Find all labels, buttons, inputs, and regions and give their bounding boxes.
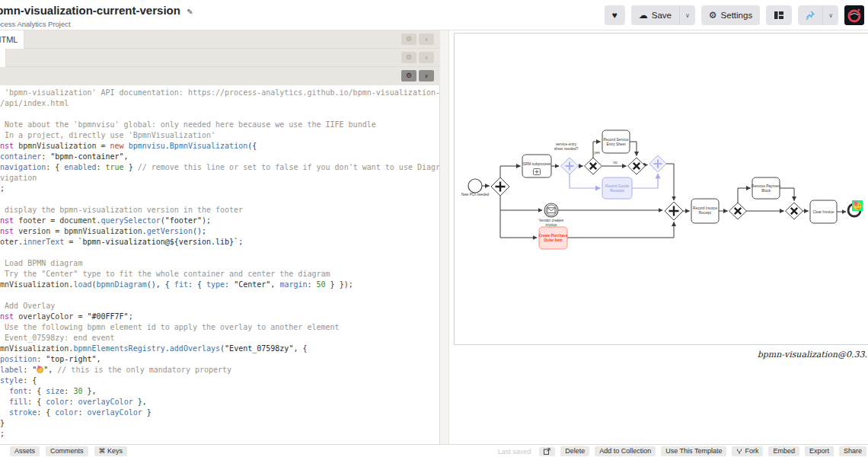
event-label: invoice [546, 223, 557, 227]
task-record-goods-receipts: Record Goods Receipts [602, 177, 632, 199]
pin-button[interactable] [798, 5, 822, 25]
tab-css[interactable] [0, 49, 6, 67]
header-actions: ♥ ☁ Save ∨ ⚙ Settings [605, 5, 864, 25]
task-label: Block [761, 189, 771, 193]
pen-title-block: bpmn-visualization-current-version ✎ Pro… [0, 4, 193, 28]
flow-label-no: no [613, 161, 617, 165]
party-face-emoji-icon [37, 366, 43, 373]
share-button[interactable]: Share [839, 446, 866, 456]
flow-label-yes: yes [594, 151, 600, 155]
use-this-template-label: Use This Template [665, 447, 722, 455]
task-label: Record Goods [605, 184, 630, 188]
panel-resize-gutter[interactable] [440, 30, 449, 444]
save-label: Save [652, 11, 672, 20]
editor-header-html: HTML ⚙ ∨ [0, 30, 440, 49]
fork-label: Fork [745, 447, 758, 455]
css-editor-settings-button[interactable]: ⚙ [401, 52, 416, 63]
task-label: Receipts [610, 189, 624, 193]
page-title: bpmn-visualization-current-version [0, 4, 180, 17]
comments-label: Comments [50, 447, 84, 455]
message-catch-event [544, 203, 558, 217]
heart-icon: ♥ [612, 11, 617, 20]
cloud-icon: ☁ [639, 11, 648, 20]
pushpin-icon [806, 11, 815, 21]
like-button[interactable]: ♥ [605, 5, 625, 25]
task-label: Receipt [699, 211, 712, 215]
embed-button[interactable]: Embed [768, 446, 799, 456]
js-editor-settings-button[interactable]: ⚙ [401, 70, 416, 81]
exclusive-gateway-2 [628, 158, 646, 174]
add-to-collection-button[interactable]: Add to Collection [595, 446, 656, 456]
start-event-label: New POI needed [461, 193, 490, 197]
delete-label: Delete [565, 447, 585, 455]
save-button[interactable]: ☁ Save [631, 5, 679, 25]
bpmn-container[interactable]: New POI needed SRM subprocess service en… [454, 33, 868, 345]
exclusive-gateway-1 [585, 158, 602, 174]
task-label: Entry Sheet [606, 142, 626, 146]
bottom-right-actions: Last saved Delete Add to Collection Use … [498, 446, 866, 456]
project-link[interactable]: Process Analytics Project [0, 20, 193, 28]
add-to-collection-label: Add to Collection [599, 447, 651, 455]
event-label: Vendor creates [539, 219, 564, 222]
top-header: bpmn-visualization-current-version ✎ Pro… [0, 0, 868, 30]
shortcut-keys-button[interactable]: ⌘ Keys [94, 446, 128, 456]
bpmn-diagram: New POI needed SRM subprocess service en… [455, 34, 868, 344]
gear-icon: ⚙ [406, 72, 412, 79]
chevron-down-icon: ∨ [424, 73, 428, 78]
fork-icon [736, 448, 742, 455]
highlighted-gateway-1 [561, 158, 579, 174]
gear-icon: ⚙ [406, 36, 412, 43]
gateway-question-label-2: sheet needed? [554, 147, 579, 151]
assets-button[interactable]: Assets [10, 446, 40, 456]
task-label: Order Item [544, 238, 562, 242]
tab-html[interactable]: HTML [0, 30, 24, 49]
fork-button[interactable]: Fork [732, 446, 763, 456]
chevron-down-icon: ∨ [685, 12, 690, 19]
editor-header-js: ⚙ ∨ [0, 67, 440, 85]
change-view-button[interactable] [766, 5, 792, 25]
task-label: Create Purchase [539, 234, 568, 238]
chevron-down-icon: ∨ [424, 37, 428, 42]
assets-label: Assets [14, 447, 35, 455]
bottom-left-actions: Assets Comments ⌘ Keys [10, 446, 127, 456]
task-label: SRM subprocess [523, 162, 551, 166]
pin-button-group: ∨ [798, 5, 838, 25]
open-editor-button[interactable] [539, 447, 555, 456]
task-label: Record Service [604, 138, 629, 142]
highlighted-gateway-2 [649, 155, 666, 172]
task-record-service-entry-sheet: Record Service Entry Sheet [602, 130, 630, 153]
avatar-image [844, 5, 864, 25]
code-editor-content[interactable]: // 'bpmn-visualization' API documentatio… [0, 85, 439, 439]
exclusive-gateway-4 [786, 203, 803, 219]
task-label: Record Invoice [693, 206, 717, 210]
parallel-gateway-join [665, 202, 683, 220]
html-editor-settings-button[interactable]: ⚙ [401, 34, 416, 45]
js-editor-collapse-button[interactable]: ∨ [419, 70, 434, 81]
last-saved-status: Last saved [498, 448, 531, 455]
open-external-icon [544, 448, 550, 455]
css-editor-collapse-button[interactable]: ∨ [419, 52, 434, 63]
comments-button[interactable]: Comments [46, 446, 88, 456]
gear-icon: ⚙ [406, 54, 412, 61]
parallel-gateway-split [491, 177, 509, 196]
task-remove-payment-block: Remove Payment Block [752, 177, 781, 199]
edit-title-icon[interactable]: ✎ [187, 8, 193, 16]
use-this-template-button[interactable]: Use This Template [661, 446, 726, 456]
share-label: Share [844, 447, 862, 455]
pin-dropdown-button[interactable]: ∨ [822, 5, 838, 25]
save-dropdown-button[interactable]: ∨ [679, 5, 695, 25]
settings-label: Settings [721, 11, 753, 20]
chevron-down-icon: ∨ [424, 55, 428, 60]
layout-view-icon [774, 10, 784, 21]
task-create-purchase-order-item: Create Purchase Order Item [539, 227, 568, 249]
end-event-overlay [852, 200, 863, 211]
settings-button[interactable]: ⚙ Settings [701, 5, 760, 25]
delete-button[interactable]: Delete [560, 446, 589, 456]
gateway-question-label-1: service entry [556, 142, 577, 146]
user-avatar[interactable] [844, 5, 864, 25]
export-button[interactable]: Export [805, 446, 834, 456]
embed-label: Embed [773, 447, 795, 455]
js-code-editor[interactable]: // 'bpmn-visualization' API documentatio… [0, 85, 440, 444]
preview-pane: New POI needed SRM subprocess service en… [449, 30, 868, 444]
html-editor-collapse-button[interactable]: ∨ [419, 34, 434, 45]
